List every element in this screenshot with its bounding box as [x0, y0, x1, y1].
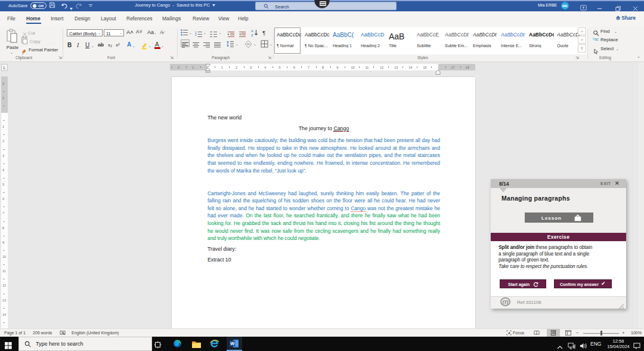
- svg-text:A: A: [251, 29, 253, 33]
- svg-text:2: 2: [195, 33, 197, 36]
- svg-text:W: W: [230, 341, 235, 346]
- svg-text:Z: Z: [251, 33, 253, 36]
